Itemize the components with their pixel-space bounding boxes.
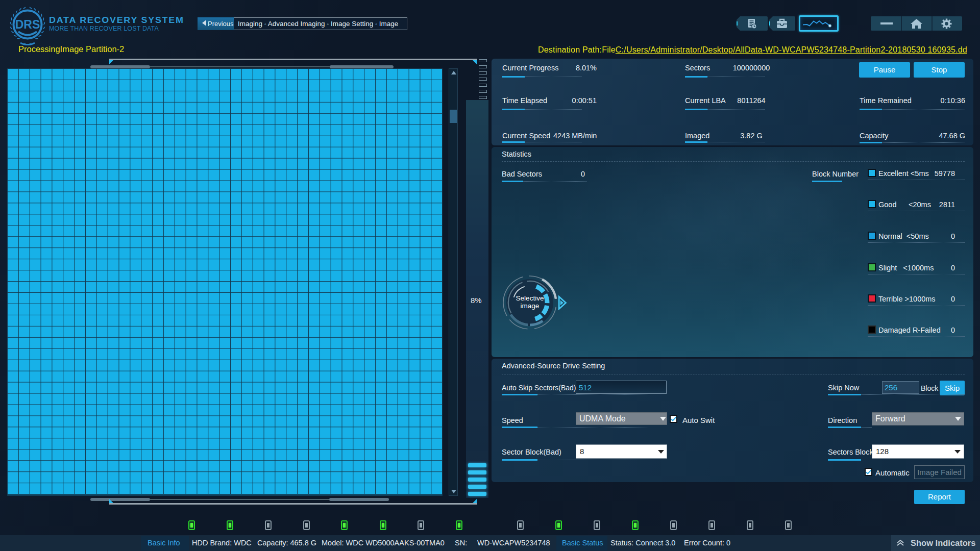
svg-text:DRS: DRS — [15, 18, 40, 31]
